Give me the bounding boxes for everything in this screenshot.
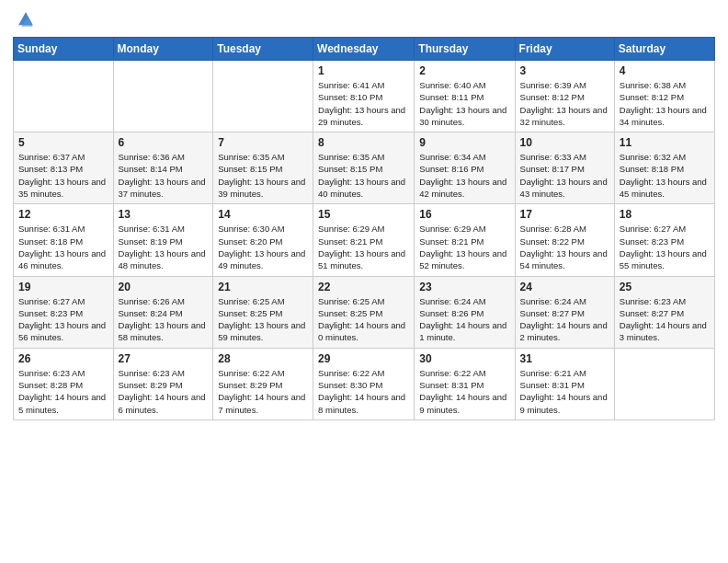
table-row [14, 61, 114, 132]
day-detail: Sunrise: 6:31 AMSunset: 8:18 PMDaylight:… [18, 223, 108, 271]
sunrise-text: Sunrise: 6:25 AM [218, 296, 284, 306]
header [13, 9, 715, 29]
day-number: 14 [218, 208, 308, 221]
sunset-text: Sunset: 8:25 PM [318, 308, 382, 318]
daylight-text: Daylight: 13 hours and 43 minutes. [520, 177, 608, 199]
day-number: 12 [18, 208, 108, 221]
calendar-header-row: Sunday Monday Tuesday Wednesday Thursday… [14, 38, 715, 61]
daylight-text: Daylight: 13 hours and 49 minutes. [218, 248, 305, 270]
day-number: 20 [119, 281, 209, 293]
sunrise-text: Sunrise: 6:40 AM [419, 80, 485, 90]
day-detail: Sunrise: 6:41 AMSunset: 8:10 PMDaylight:… [318, 79, 409, 128]
day-number: 23 [419, 281, 509, 293]
day-number: 22 [318, 281, 409, 293]
day-number: 16 [419, 208, 509, 221]
logo [13, 13, 36, 29]
daylight-text: Daylight: 13 hours and 54 minutes. [520, 248, 608, 270]
table-row: 9Sunrise: 6:34 AMSunset: 8:16 PMDaylight… [415, 132, 515, 204]
day-detail: Sunrise: 6:26 AMSunset: 8:24 PMDaylight:… [119, 295, 209, 344]
table-row: 26Sunrise: 6:23 AMSunset: 8:28 PMDayligh… [14, 348, 114, 419]
sunset-text: Sunset: 8:23 PM [18, 308, 83, 318]
col-friday: Friday [515, 38, 614, 61]
day-number: 8 [318, 136, 409, 149]
day-number: 5 [18, 136, 108, 149]
table-row: 5Sunrise: 6:37 AMSunset: 8:13 PMDaylight… [14, 132, 114, 204]
day-number: 10 [520, 136, 609, 149]
daylight-text: Daylight: 14 hours and 9 minutes. [419, 392, 506, 414]
table-row: 27Sunrise: 6:23 AMSunset: 8:29 PMDayligh… [113, 348, 213, 419]
sunrise-text: Sunrise: 6:23 AM [18, 368, 85, 378]
day-number: 11 [620, 136, 710, 149]
day-number: 27 [119, 352, 209, 365]
daylight-text: Daylight: 14 hours and 7 minutes. [218, 392, 305, 414]
sunset-text: Sunset: 8:26 PM [419, 308, 483, 318]
sunrise-text: Sunrise: 6:23 AM [620, 296, 686, 306]
sunrise-text: Sunrise: 6:33 AM [520, 152, 586, 162]
daylight-text: Daylight: 14 hours and 3 minutes. [620, 320, 707, 342]
sunrise-text: Sunrise: 6:30 AM [218, 224, 284, 234]
sunset-text: Sunset: 8:21 PM [318, 236, 382, 247]
sunrise-text: Sunrise: 6:22 AM [218, 368, 284, 378]
sunset-text: Sunset: 8:20 PM [218, 236, 282, 247]
col-monday: Monday [113, 38, 213, 61]
table-row: 29Sunrise: 6:22 AMSunset: 8:30 PMDayligh… [313, 348, 415, 419]
day-number: 25 [620, 281, 710, 293]
table-row: 24Sunrise: 6:24 AMSunset: 8:27 PMDayligh… [515, 276, 614, 348]
sunrise-text: Sunrise: 6:35 AM [218, 152, 284, 162]
day-detail: Sunrise: 6:22 AMSunset: 8:30 PMDaylight:… [318, 367, 409, 416]
sunset-text: Sunset: 8:29 PM [218, 380, 282, 390]
daylight-text: Daylight: 13 hours and 45 minutes. [620, 177, 707, 199]
day-detail: Sunrise: 6:37 AMSunset: 8:13 PMDaylight:… [18, 151, 108, 200]
day-detail: Sunrise: 6:31 AMSunset: 8:19 PMDaylight:… [119, 223, 209, 271]
day-number: 29 [318, 352, 409, 365]
day-number: 2 [419, 64, 509, 77]
day-number: 15 [318, 208, 409, 221]
table-row: 28Sunrise: 6:22 AMSunset: 8:29 PMDayligh… [213, 348, 313, 419]
daylight-text: Daylight: 13 hours and 32 minutes. [520, 105, 608, 127]
page: Sunday Monday Tuesday Wednesday Thursday… [0, 0, 728, 563]
day-number: 6 [119, 136, 209, 149]
daylight-text: Daylight: 14 hours and 9 minutes. [520, 392, 608, 414]
table-row [213, 61, 313, 132]
calendar-week-row: 19Sunrise: 6:27 AMSunset: 8:23 PMDayligh… [14, 276, 715, 348]
day-detail: Sunrise: 6:34 AMSunset: 8:16 PMDaylight:… [419, 151, 509, 200]
sunset-text: Sunset: 8:13 PM [18, 164, 83, 174]
daylight-text: Daylight: 13 hours and 40 minutes. [318, 177, 405, 199]
col-wednesday: Wednesday [313, 38, 415, 61]
sunrise-text: Sunrise: 6:31 AM [119, 224, 185, 234]
day-number: 13 [119, 208, 209, 221]
sunrise-text: Sunrise: 6:37 AM [18, 152, 85, 162]
table-row [113, 61, 213, 132]
day-detail: Sunrise: 6:22 AMSunset: 8:31 PMDaylight:… [419, 367, 509, 416]
day-number: 28 [218, 352, 308, 365]
table-row: 20Sunrise: 6:26 AMSunset: 8:24 PMDayligh… [113, 276, 213, 348]
sunset-text: Sunset: 8:28 PM [18, 380, 83, 390]
sunrise-text: Sunrise: 6:29 AM [318, 224, 384, 234]
calendar-week-row: 12Sunrise: 6:31 AMSunset: 8:18 PMDayligh… [14, 204, 715, 276]
sunrise-text: Sunrise: 6:22 AM [318, 368, 384, 378]
sunrise-text: Sunrise: 6:35 AM [318, 152, 384, 162]
day-detail: Sunrise: 6:28 AMSunset: 8:22 PMDaylight:… [520, 223, 609, 271]
table-row: 13Sunrise: 6:31 AMSunset: 8:19 PMDayligh… [113, 204, 213, 276]
sunset-text: Sunset: 8:27 PM [520, 308, 585, 318]
day-detail: Sunrise: 6:33 AMSunset: 8:17 PMDaylight:… [520, 151, 609, 200]
daylight-text: Daylight: 13 hours and 46 minutes. [18, 248, 106, 270]
daylight-text: Daylight: 14 hours and 5 minutes. [18, 392, 106, 414]
day-detail: Sunrise: 6:35 AMSunset: 8:15 PMDaylight:… [218, 151, 308, 200]
sunset-text: Sunset: 8:23 PM [620, 236, 684, 247]
table-row: 22Sunrise: 6:25 AMSunset: 8:25 PMDayligh… [313, 276, 415, 348]
day-number: 7 [218, 136, 308, 149]
day-detail: Sunrise: 6:24 AMSunset: 8:26 PMDaylight:… [419, 295, 509, 344]
sunset-text: Sunset: 8:31 PM [520, 380, 585, 390]
day-detail: Sunrise: 6:29 AMSunset: 8:21 PMDaylight:… [318, 223, 409, 271]
day-number: 26 [18, 352, 108, 365]
day-number: 21 [218, 281, 308, 293]
sunset-text: Sunset: 8:16 PM [419, 164, 483, 174]
table-row [614, 348, 714, 419]
sunrise-text: Sunrise: 6:24 AM [520, 296, 586, 306]
day-detail: Sunrise: 6:23 AMSunset: 8:27 PMDaylight:… [620, 295, 710, 344]
sunrise-text: Sunrise: 6:21 AM [520, 368, 586, 378]
day-detail: Sunrise: 6:30 AMSunset: 8:20 PMDaylight:… [218, 223, 308, 271]
sunset-text: Sunset: 8:24 PM [119, 308, 183, 318]
daylight-text: Daylight: 13 hours and 51 minutes. [318, 248, 405, 270]
